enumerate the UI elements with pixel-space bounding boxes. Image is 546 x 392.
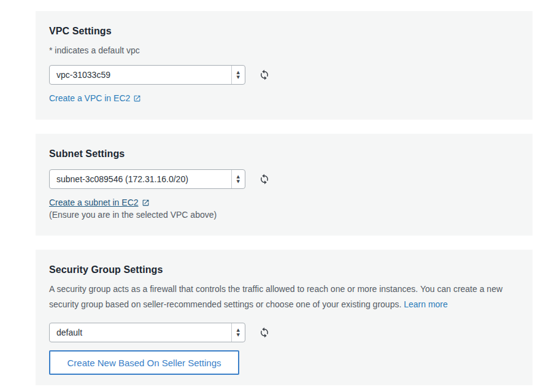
security-group-settings-panel: Security Group Settings A security group… <box>36 250 533 385</box>
refresh-icon <box>259 69 270 80</box>
vpc-refresh-button[interactable] <box>259 69 270 80</box>
refresh-icon <box>259 174 270 185</box>
subnet-settings-title: Subnet Settings <box>49 148 519 159</box>
stepper-arrows-icon: ▲ ▼ <box>237 175 240 184</box>
create-subnet-link-label: Create a subnet in EC2 <box>49 198 139 207</box>
select-stepper: ▲ ▼ <box>231 170 245 188</box>
select-stepper: ▲ ▼ <box>231 66 245 84</box>
vpc-select[interactable]: vpc-31033c59 ▲ ▼ <box>49 65 245 85</box>
select-stepper: ▲ ▼ <box>231 323 245 342</box>
subnet-vpc-hint: (Ensure you are in the selected VPC abov… <box>49 210 519 220</box>
subnet-settings-panel: Subnet Settings subnet-3c089546 (172.31.… <box>36 134 533 236</box>
refresh-icon <box>259 327 270 338</box>
security-group-description: A security group acts as a firewall that… <box>49 282 519 312</box>
security-group-refresh-button[interactable] <box>259 327 270 338</box>
vpc-settings-panel: VPC Settings * indicates a default vpc v… <box>36 11 533 120</box>
security-group-select[interactable]: default ▲ ▼ <box>49 323 245 342</box>
create-vpc-link-label: Create a VPC in EC2 <box>49 93 130 103</box>
learn-more-link[interactable]: Learn more <box>404 299 448 309</box>
security-group-select-value: default <box>56 328 226 337</box>
external-link-icon <box>133 94 141 102</box>
vpc-select-value: vpc-31033c59 <box>56 70 226 80</box>
stepper-arrows-icon: ▲ ▼ <box>237 328 240 337</box>
create-new-based-on-seller-settings-button[interactable]: Create New Based On Seller Settings <box>49 350 239 375</box>
default-vpc-note: * indicates a default vpc <box>49 45 519 55</box>
subnet-refresh-button[interactable] <box>259 174 270 185</box>
subnet-select-value: subnet-3c089546 (172.31.16.0/20) <box>56 174 226 184</box>
vpc-select-row: vpc-31033c59 ▲ ▼ <box>49 65 519 85</box>
external-link-icon <box>142 199 150 207</box>
subnet-select[interactable]: subnet-3c089546 (172.31.16.0/20) ▲ ▼ <box>49 169 245 189</box>
stepper-arrows-icon: ▲ ▼ <box>237 71 240 80</box>
security-group-settings-title: Security Group Settings <box>49 264 519 275</box>
create-vpc-link[interactable]: Create a VPC in EC2 <box>49 93 141 103</box>
vpc-settings-title: VPC Settings <box>49 26 519 37</box>
launch-settings-page: VPC Settings * indicates a default vpc v… <box>0 0 546 385</box>
create-subnet-link[interactable]: Create a subnet in EC2 <box>49 198 150 207</box>
security-group-select-row: default ▲ ▼ <box>49 323 519 342</box>
subnet-select-row: subnet-3c089546 (172.31.16.0/20) ▲ ▼ <box>49 169 519 189</box>
